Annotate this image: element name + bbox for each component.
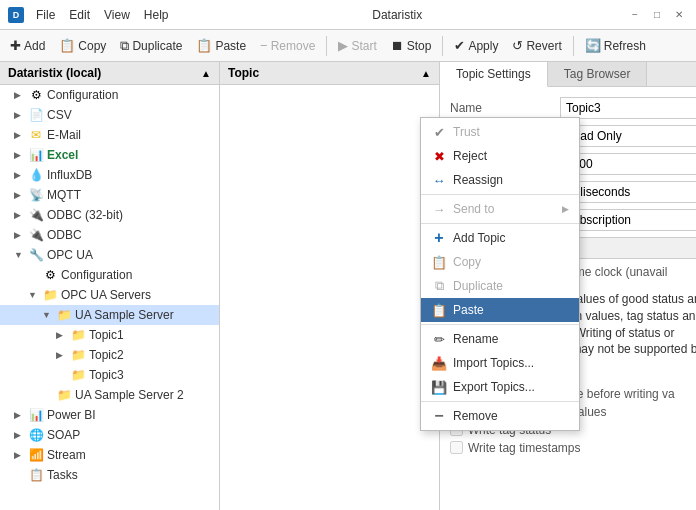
sidebar-label: Excel: [47, 148, 78, 162]
start-button[interactable]: ▶ Start: [332, 35, 382, 56]
ctx-remove[interactable]: − Remove: [421, 404, 579, 428]
sidebar-item-excel[interactable]: ▶ 📊 Excel: [0, 145, 219, 165]
paste-button[interactable]: 📋 Paste: [190, 35, 252, 56]
sidebar-item-opcua[interactable]: ▼ 🔧 OPC UA: [0, 245, 219, 265]
sidebar-item-topic2[interactable]: ▶ 📁 Topic2: [0, 345, 219, 365]
reassign-icon: ↔: [431, 172, 447, 188]
start-label: Start: [351, 39, 376, 53]
ctx-label: Trust: [453, 125, 480, 139]
topic2-icon: 📁: [70, 347, 86, 363]
topic-scroll-arrow[interactable]: ▲: [421, 68, 431, 79]
sidebar-label: InfluxDB: [47, 168, 92, 182]
add-topic-icon: +: [431, 230, 447, 246]
ctx-reassign[interactable]: ↔ Reassign: [421, 168, 579, 192]
sidebar-item-ua-sample-server2[interactable]: ▶ 📁 UA Sample Server 2: [0, 385, 219, 405]
odbc32-icon: 🔌: [28, 207, 44, 223]
menu-view[interactable]: View: [104, 8, 130, 22]
sidebar-item-odbc32[interactable]: ▶ 🔌 ODBC (32-bit): [0, 205, 219, 225]
sidebar-item-configuration[interactable]: ▶ ⚙ Configuration: [0, 85, 219, 105]
write-tag-timestamps-checkbox[interactable]: [450, 441, 463, 454]
tree-arrow: ▶: [14, 150, 28, 160]
name-input[interactable]: [560, 97, 696, 119]
toolbar-separator-1: [326, 36, 327, 56]
menu-help[interactable]: Help: [144, 8, 169, 22]
add-button[interactable]: ✚ Add: [4, 35, 51, 56]
sidebar-label: Topic1: [89, 328, 124, 342]
sidebar-item-odbc[interactable]: ▶ 🔌 ODBC: [0, 225, 219, 245]
ctx-duplicate[interactable]: ⧉ Duplicate: [421, 274, 579, 298]
sidebar-item-topic3[interactable]: ▶ 📁 Topic3: [0, 365, 219, 385]
sidebar-item-email[interactable]: ▶ ✉ E-Mail: [0, 125, 219, 145]
read-mode-select[interactable]: Subscription Poll Event: [560, 209, 696, 231]
sidebar-item-ua-sample-server[interactable]: ▼ 📁 UA Sample Server: [0, 305, 219, 325]
menu-edit[interactable]: Edit: [69, 8, 90, 22]
poll-max-age-input[interactable]: [560, 237, 696, 259]
rename-icon: ✏: [431, 331, 447, 347]
close-button[interactable]: ✕: [670, 6, 688, 24]
sidebar-label: E-Mail: [47, 128, 81, 142]
minimize-button[interactable]: −: [626, 6, 644, 24]
tab-topic-settings[interactable]: Topic Settings: [440, 62, 548, 87]
revert-label: Revert: [526, 39, 561, 53]
ctx-send-to[interactable]: → Send to ▶: [421, 197, 579, 221]
sidebar-item-stream[interactable]: ▶ 📶 Stream: [0, 445, 219, 465]
sidebar-item-csv[interactable]: ▶ 📄 CSV: [0, 105, 219, 125]
sidebar-item-tasks[interactable]: ▶ 📋 Tasks: [0, 465, 219, 485]
copy-button[interactable]: 📋 Copy: [53, 35, 112, 56]
ctx-label: Duplicate: [453, 279, 503, 293]
toolbar: ✚ Add 📋 Copy ⧉ Duplicate 📋 Paste − Remov…: [0, 30, 696, 62]
apply-button[interactable]: ✔ Apply: [448, 35, 504, 56]
read-rate-input[interactable]: [560, 153, 696, 175]
sidebar-label: Tasks: [47, 468, 78, 482]
tree-arrow: ▼: [42, 310, 56, 320]
access-select[interactable]: Read Only Read/Write Write Only: [560, 125, 696, 147]
ctx-reject[interactable]: ✖ Reject: [421, 144, 579, 168]
ctx-paste[interactable]: 📋 Paste: [421, 298, 579, 322]
ctx-label: Rename: [453, 332, 498, 346]
sidebar-item-opcua-config[interactable]: ▶ ⚙ Configuration: [0, 265, 219, 285]
sidebar-scroll-arrow[interactable]: ▲: [201, 68, 211, 79]
ctx-import-topics[interactable]: 📥 Import Topics...: [421, 351, 579, 375]
ctx-label: Paste: [453, 303, 484, 317]
ctx-export-topics[interactable]: 💾 Export Topics...: [421, 375, 579, 399]
ctx-copy[interactable]: 📋 Copy: [421, 250, 579, 274]
add-icon: ✚: [10, 38, 21, 53]
title-bar-left: D File Edit View Help: [8, 7, 169, 23]
revert-button[interactable]: ↺ Revert: [506, 35, 567, 56]
maximize-button[interactable]: □: [648, 6, 666, 24]
stop-icon: ⏹: [391, 38, 404, 53]
sidebar-item-opcua-servers[interactable]: ▼ 📁 OPC UA Servers: [0, 285, 219, 305]
sidebar-title: Dataristix (local): [8, 66, 101, 80]
tab-tag-browser[interactable]: Tag Browser: [548, 62, 648, 86]
servers-icon: 📁: [42, 287, 58, 303]
refresh-label: Refresh: [604, 39, 646, 53]
ctx-add-topic[interactable]: + Add Topic: [421, 226, 579, 250]
sidebar-item-soap[interactable]: ▶ 🌐 SOAP: [0, 425, 219, 445]
excel-icon: 📊: [28, 147, 44, 163]
ctx-separator-3: [421, 324, 579, 325]
ctx-label: Add Topic: [453, 231, 505, 245]
topic3-icon: 📁: [70, 367, 86, 383]
stop-button[interactable]: ⏹ Stop: [385, 35, 438, 56]
menu-file[interactable]: File: [36, 8, 55, 22]
main-area: Dataristix (local) ▲ ▶ ⚙ Configuration ▶…: [0, 62, 696, 510]
sidebar-item-mqtt[interactable]: ▶ 📡 MQTT: [0, 185, 219, 205]
sidebar-item-powerbi[interactable]: ▶ 📊 Power BI: [0, 405, 219, 425]
export-topics-icon: 💾: [431, 379, 447, 395]
sidebar-item-topic1[interactable]: ▶ 📁 Topic1: [0, 325, 219, 345]
tree-arrow: ▶: [14, 430, 28, 440]
sidebar-label: Topic3: [89, 368, 124, 382]
app-icon: D: [8, 7, 24, 23]
revert-icon: ↺: [512, 38, 523, 53]
tree-arrow: ▶: [56, 350, 70, 360]
duplicate-button[interactable]: ⧉ Duplicate: [114, 35, 188, 57]
remove-button[interactable]: − Remove: [254, 35, 321, 56]
ctx-trust[interactable]: ✔ Trust: [421, 120, 579, 144]
config-icon: ⚙: [28, 87, 44, 103]
ctx-rename[interactable]: ✏ Rename: [421, 327, 579, 351]
sidebar-item-influxdb[interactable]: ▶ 💧 InfluxDB: [0, 165, 219, 185]
mqtt-icon: 📡: [28, 187, 44, 203]
topic-header-label: Topic: [228, 66, 259, 80]
refresh-button[interactable]: 🔄 Refresh: [579, 35, 652, 56]
read-rate-unit-select[interactable]: Milliseconds Seconds Minutes: [560, 181, 696, 203]
